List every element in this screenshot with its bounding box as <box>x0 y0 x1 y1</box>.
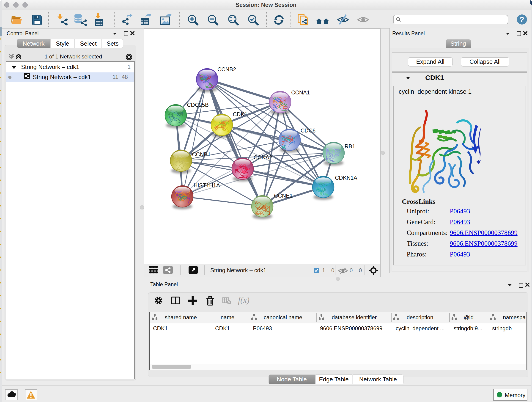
svg-text:CCNA1: CCNA1 <box>291 89 310 96</box>
svg-text:CDC25B: CDC25B <box>187 102 209 108</box>
svg-text:CDKN1A: CDKN1A <box>335 175 357 181</box>
svg-text:RB1: RB1 <box>345 143 355 149</box>
svg-text:HIST1H1A: HIST1H1A <box>194 182 220 188</box>
svg-text:CCNB2: CCNB2 <box>217 66 236 72</box>
svg-text:CCNA2: CCNA2 <box>254 154 272 160</box>
svg-text:CDK1: CDK1 <box>233 111 247 117</box>
svg-text:CCNB1: CCNB1 <box>192 151 210 157</box>
svg-text:CCNE1: CCNE1 <box>274 192 293 199</box>
svg-text:CDC6: CDC6 <box>301 128 316 134</box>
